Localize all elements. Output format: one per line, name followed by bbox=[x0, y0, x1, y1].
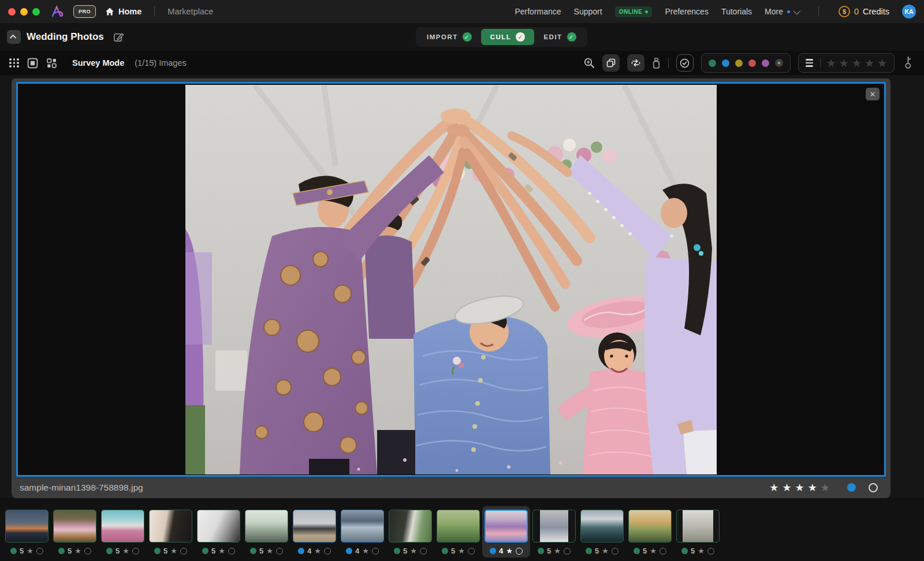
color-label-dot[interactable] bbox=[154, 548, 161, 554]
compare-loop-button[interactable] bbox=[627, 54, 644, 72]
filmstrip-thumbnail[interactable] bbox=[628, 510, 672, 543]
filmstrip-thumbnail[interactable] bbox=[293, 510, 336, 543]
star-icon[interactable]: ★ bbox=[266, 547, 273, 555]
color-label-dot[interactable] bbox=[250, 548, 256, 554]
star-icon[interactable]: ★ bbox=[218, 547, 225, 555]
deselect-image-button[interactable]: ✕ bbox=[866, 88, 880, 100]
image-select-circle-icon[interactable] bbox=[869, 483, 878, 492]
star-icon[interactable]: ★ bbox=[698, 547, 705, 555]
survey-view-icon[interactable] bbox=[46, 58, 57, 69]
select-circle-icon[interactable] bbox=[180, 548, 187, 555]
nav-preferences[interactable]: Preferences bbox=[665, 7, 708, 16]
star-icon[interactable]: ★ bbox=[458, 547, 465, 555]
star-icon[interactable]: ★ bbox=[170, 547, 177, 555]
filmstrip-thumbnail[interactable] bbox=[53, 510, 96, 543]
filmstrip-thumbnail[interactable] bbox=[389, 510, 432, 543]
window-close-button[interactable] bbox=[8, 8, 16, 16]
filmstrip-thumbnail[interactable] bbox=[437, 510, 480, 543]
color-label-dot[interactable] bbox=[634, 548, 640, 554]
select-circle-icon[interactable] bbox=[660, 548, 666, 555]
star-icon[interactable]: ★ bbox=[362, 547, 369, 555]
color-label-dot[interactable] bbox=[106, 548, 113, 554]
color-label-dot[interactable] bbox=[10, 548, 17, 554]
select-circle-icon[interactable] bbox=[36, 548, 43, 555]
color-label-dot[interactable] bbox=[586, 548, 592, 554]
color-label-dot[interactable] bbox=[298, 548, 304, 554]
user-avatar[interactable]: KA bbox=[902, 5, 916, 18]
color-label-dot[interactable] bbox=[762, 59, 769, 67]
nav-performance[interactable]: Performance bbox=[515, 7, 561, 16]
duplicate-button[interactable] bbox=[602, 54, 620, 72]
star-icon[interactable]: ★ bbox=[808, 483, 817, 493]
image-color-label-dot[interactable] bbox=[847, 483, 856, 492]
image-rating-stars[interactable]: ★★★★★ bbox=[769, 483, 830, 493]
select-circle-icon[interactable] bbox=[324, 548, 331, 555]
star-icon[interactable]: ★ bbox=[122, 547, 129, 555]
filmstrip-thumbnail[interactable] bbox=[676, 510, 720, 543]
color-label-dot[interactable] bbox=[735, 59, 743, 67]
star-icon[interactable]: ★ bbox=[74, 547, 81, 555]
filmstrip-thumbnail[interactable] bbox=[5, 510, 49, 543]
filmstrip-thumbnail[interactable] bbox=[341, 510, 384, 543]
filmstrip-thumbnail[interactable] bbox=[149, 510, 192, 543]
star-icon[interactable]: ★ bbox=[506, 547, 513, 555]
star-icon[interactable]: ★ bbox=[314, 547, 321, 555]
nav-support[interactable]: Support bbox=[574, 7, 602, 16]
stage-edit-button[interactable]: EDIT ✓ bbox=[534, 29, 585, 45]
select-circle-icon[interactable] bbox=[707, 548, 714, 555]
rating-filter-stars[interactable]: ★★★★★ bbox=[826, 58, 887, 69]
filmstrip-thumbnail[interactable] bbox=[245, 510, 288, 543]
approve-filter-button[interactable] bbox=[676, 54, 694, 72]
filmstrip-thumbnail[interactable] bbox=[532, 510, 576, 543]
stage-import-button[interactable]: IMPORT ✓ bbox=[418, 29, 481, 45]
color-label-dot[interactable] bbox=[709, 59, 716, 67]
color-label-dot[interactable] bbox=[442, 548, 448, 554]
window-minimize-button[interactable] bbox=[20, 8, 28, 16]
star-icon[interactable]: ★ bbox=[650, 547, 657, 555]
select-circle-icon[interactable] bbox=[228, 548, 235, 555]
star-icon[interactable]: ★ bbox=[865, 58, 874, 69]
filmstrip-thumbnail[interactable] bbox=[485, 510, 528, 543]
nav-marketplace[interactable]: Marketplace bbox=[167, 7, 213, 16]
star-icon[interactable]: ★ bbox=[877, 58, 887, 69]
keyboard-shortcuts-key-icon[interactable] bbox=[899, 54, 917, 72]
select-circle-icon[interactable] bbox=[516, 548, 523, 555]
nav-more[interactable]: More bbox=[765, 7, 799, 16]
window-zoom-button[interactable] bbox=[32, 8, 40, 16]
filmstrip-thumbnail[interactable] bbox=[101, 510, 144, 543]
filmstrip-thumbnail[interactable] bbox=[580, 510, 624, 543]
color-label-dot[interactable] bbox=[722, 59, 729, 67]
credits-button[interactable]: $ 0 Credits bbox=[839, 6, 889, 17]
image-stage-selected[interactable]: ✕ bbox=[16, 82, 886, 477]
clear-color-label-icon[interactable]: ✕ bbox=[775, 59, 783, 67]
nav-home[interactable]: Home bbox=[105, 7, 141, 16]
star-icon[interactable]: ★ bbox=[821, 483, 830, 493]
select-circle-icon[interactable] bbox=[372, 548, 379, 555]
color-label-dot[interactable] bbox=[394, 548, 400, 554]
nav-tutorials[interactable]: Tutorials bbox=[721, 7, 752, 16]
color-label-dot[interactable] bbox=[202, 548, 208, 554]
edit-album-icon[interactable] bbox=[113, 32, 124, 43]
color-label-dot[interactable] bbox=[748, 59, 756, 67]
color-label-dot[interactable] bbox=[490, 548, 496, 554]
select-circle-icon[interactable] bbox=[276, 548, 283, 555]
stage-cull-button[interactable]: CULL ✓ bbox=[481, 29, 535, 45]
color-label-dot[interactable] bbox=[346, 548, 352, 554]
filmstrip-thumbnail[interactable] bbox=[197, 510, 240, 543]
select-circle-icon[interactable] bbox=[84, 548, 91, 555]
star-icon[interactable]: ★ bbox=[826, 58, 836, 69]
zoom-icon[interactable] bbox=[583, 57, 595, 69]
single-view-icon[interactable] bbox=[27, 58, 38, 69]
star-icon[interactable]: ★ bbox=[602, 547, 609, 555]
star-icon[interactable]: ★ bbox=[795, 483, 804, 493]
select-circle-icon[interactable] bbox=[468, 548, 475, 555]
star-icon[interactable]: ★ bbox=[410, 547, 417, 555]
color-label-dot[interactable] bbox=[538, 548, 544, 554]
select-circle-icon[interactable] bbox=[564, 548, 571, 555]
star-icon[interactable]: ★ bbox=[782, 483, 791, 493]
select-circle-icon[interactable] bbox=[420, 548, 427, 555]
grid-view-icon[interactable] bbox=[9, 58, 19, 68]
select-circle-icon[interactable] bbox=[612, 548, 619, 555]
rating-condition-icon[interactable] bbox=[806, 59, 813, 67]
star-icon[interactable]: ★ bbox=[27, 547, 33, 555]
